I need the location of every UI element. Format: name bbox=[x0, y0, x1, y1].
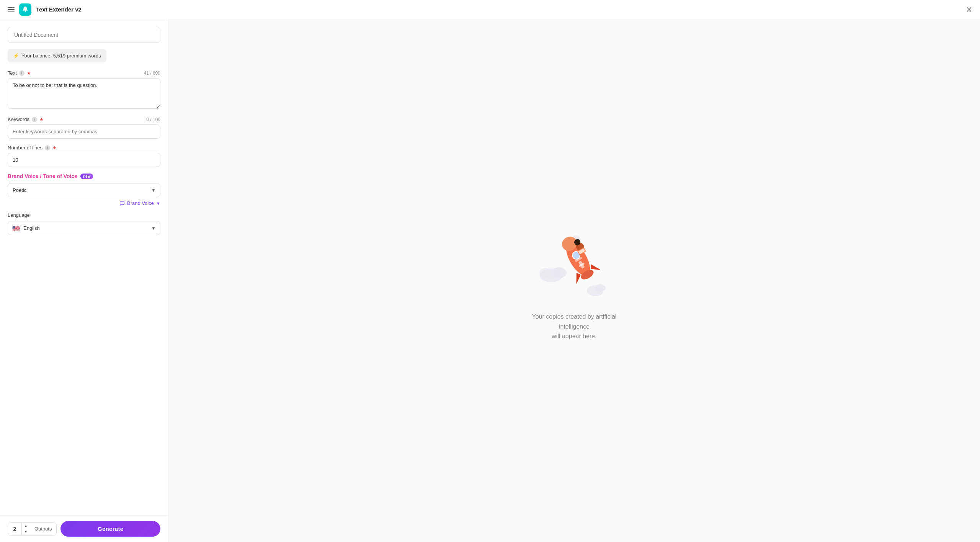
lines-field-label: Number of lines i ★ bbox=[8, 145, 57, 151]
outputs-label: Outputs bbox=[30, 523, 57, 535]
brand-voice-icon bbox=[119, 201, 125, 206]
main-layout: ⚡ Your balance: 5,519 premium words Text… bbox=[0, 19, 980, 542]
app-title: Text Extender v2 bbox=[36, 6, 82, 13]
lines-info-icon[interactable]: i bbox=[45, 145, 50, 151]
lines-field-header: Number of lines i ★ bbox=[8, 145, 160, 151]
brand-voice-section: Brand Voice / Tone of Voice new bbox=[8, 173, 160, 179]
document-title-input[interactable] bbox=[8, 27, 160, 43]
tone-select-wrapper: Poetic Professional Casual Friendly Form… bbox=[8, 183, 160, 197]
balance-badge: ⚡ Your balance: 5,519 premium words bbox=[8, 49, 106, 62]
outputs-increment[interactable]: ▲ bbox=[22, 523, 30, 529]
header-left: Text Extender v2 bbox=[8, 3, 82, 16]
language-select-wrapper: 🇺🇸 English Spanish French German ▼ bbox=[8, 221, 160, 235]
svg-point-4 bbox=[595, 284, 606, 292]
balance-text: Your balance: 5,519 premium words bbox=[21, 53, 101, 59]
outputs-spinner: ▲ ▼ bbox=[22, 523, 30, 535]
keywords-input[interactable] bbox=[8, 124, 160, 139]
text-counter: 41 / 600 bbox=[144, 70, 160, 76]
hamburger-menu[interactable] bbox=[8, 7, 15, 12]
generate-button[interactable]: Generate bbox=[60, 521, 160, 537]
empty-state-text: Your copies created by artificial intell… bbox=[517, 312, 632, 341]
right-panel: Your copies created by artificial intell… bbox=[168, 19, 980, 542]
new-badge: new bbox=[80, 174, 93, 179]
lightning-icon: ⚡ bbox=[13, 53, 19, 59]
text-textarea[interactable] bbox=[8, 78, 160, 109]
text-info-icon[interactable]: i bbox=[19, 70, 24, 76]
language-label: Language bbox=[8, 212, 160, 218]
brand-voice-link[interactable]: Brand Voice ▼ bbox=[8, 200, 160, 206]
close-button[interactable]: ✕ bbox=[966, 6, 972, 13]
text-field-label: Text i ★ bbox=[8, 70, 31, 76]
empty-state: Your copies created by artificial intell… bbox=[517, 220, 632, 341]
brand-voice-link-label: Brand Voice bbox=[127, 200, 154, 206]
svg-point-1 bbox=[551, 267, 567, 278]
keywords-info-icon[interactable]: i bbox=[32, 117, 37, 122]
tone-select[interactable]: Poetic Professional Casual Friendly Form… bbox=[8, 183, 160, 197]
language-select[interactable]: English Spanish French German bbox=[8, 221, 160, 235]
bottom-bar: 2 ▲ ▼ Outputs Generate bbox=[0, 515, 168, 542]
brand-voice-chevron-icon: ▼ bbox=[156, 201, 160, 206]
keywords-field-label: Keywords i ★ bbox=[8, 116, 44, 122]
brand-voice-title-label: Brand Voice / Tone of Voice bbox=[8, 173, 77, 179]
outputs-counter: 2 ▲ ▼ Outputs bbox=[8, 522, 57, 535]
left-panel: ⚡ Your balance: 5,519 premium words Text… bbox=[0, 19, 168, 542]
outputs-decrement[interactable]: ▼ bbox=[22, 529, 30, 535]
flag-icon: 🇺🇸 bbox=[12, 224, 20, 232]
text-required: ★ bbox=[27, 70, 31, 76]
keywords-counter: 0 / 100 bbox=[146, 117, 160, 122]
app-header: Text Extender v2 ✕ bbox=[0, 0, 980, 19]
svg-point-2 bbox=[539, 268, 552, 277]
keywords-required: ★ bbox=[39, 117, 44, 122]
lines-required: ★ bbox=[52, 145, 57, 151]
outputs-number: 2 bbox=[8, 523, 22, 535]
lines-input[interactable] bbox=[8, 153, 160, 167]
keywords-field-header: Keywords i ★ 0 / 100 bbox=[8, 116, 160, 122]
app-logo bbox=[19, 3, 31, 16]
text-field-header: Text i ★ 41 / 600 bbox=[8, 70, 160, 76]
rocket-illustration bbox=[536, 220, 612, 304]
